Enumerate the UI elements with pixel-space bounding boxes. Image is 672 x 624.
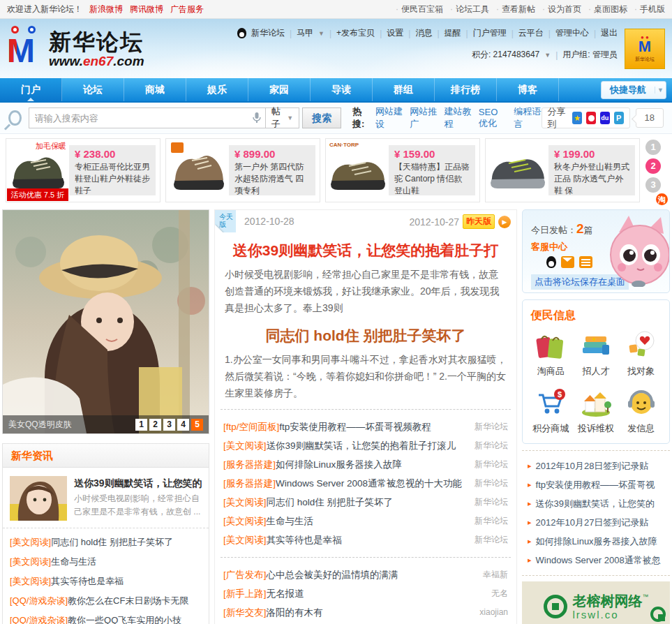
recent-thread-item[interactable]: ▸如何排除Linux服务器接入故障 (528, 532, 667, 551)
hot-link-5[interactable]: 编程语言 (514, 105, 541, 131)
search-button[interactable]: 搜索 (302, 107, 341, 128)
user-credits[interactable]: 积分: 2147483647 (472, 49, 539, 61)
qzone-icon[interactable]: ★ (572, 112, 582, 124)
microphone-icon[interactable] (253, 112, 261, 124)
nav-item-groups[interactable]: 群组 (373, 78, 435, 101)
user-link-logout[interactable]: 退出 (601, 27, 618, 39)
digest-item[interactable]: [服务器搭建]如何排除Linux服务器接入故障新华论坛 (223, 455, 508, 474)
user-link-reminders[interactable]: 提醒 (445, 27, 461, 39)
hot-link-4[interactable]: SEO优化 (479, 107, 507, 130)
document-icon[interactable] (579, 256, 592, 268)
nav-item-portal[interactable]: 门户 (0, 78, 62, 101)
pager-dot-3[interactable]: 3 (645, 177, 661, 193)
link-desktop-icon[interactable]: 桌面图标 (594, 3, 627, 15)
nav-item-forum[interactable]: 论坛 (62, 78, 124, 101)
service-post-message[interactable]: 发信息 (618, 386, 664, 435)
digest-item[interactable]: [美文阅读]其实等待也是幸福新华论坛 (223, 530, 508, 549)
link-tencent-weibo[interactable]: 腾讯微博 (130, 3, 163, 15)
photo-pager-2[interactable]: 2 (149, 419, 161, 431)
digest-item[interactable]: [新手上路]无名报道无名 (223, 584, 508, 603)
search-type-select[interactable]: 帖子 ▼ (266, 107, 300, 128)
user-link-cloud[interactable]: 云平台 (518, 27, 544, 39)
yesterday-badge[interactable]: 昨天版 (463, 214, 495, 229)
user-avatar[interactable]: ● ● M 新华论坛 (625, 29, 665, 69)
recent-thread-item[interactable]: ▸2012年10月27日签到记录贴 (528, 513, 667, 532)
digest-item[interactable]: [美文阅读]同志们 hold住 别把肚子笑坏了新华论坛 (223, 493, 508, 512)
photo-pager-4[interactable]: 4 (177, 419, 189, 431)
mail-icon[interactable] (561, 256, 574, 268)
link-toolbox[interactable]: 便民百宝箱 (401, 3, 443, 15)
photo-pager-5[interactable]: 5 (191, 419, 203, 431)
user-link-majia[interactable]: 马甲 (297, 27, 313, 39)
right-column: 今日发帖：2篇 客服中心 点击将论坛保存在桌面 (522, 209, 670, 624)
user-link-portal-admin[interactable]: 门户管理 (473, 27, 507, 39)
product-card[interactable]: ¥ 899.00 第一户外 第四代防水超轻防滑透气 四项专利 (165, 138, 320, 202)
pager-dot-2[interactable]: 2 (645, 158, 661, 174)
link-set-homepage[interactable]: 设为首页 (548, 3, 581, 15)
nav-item-fun[interactable]: 娱乐 (186, 78, 248, 101)
service-center-link[interactable]: 客服中心 (531, 241, 567, 253)
news-item[interactable]: [美文阅读]生命与生活 (10, 552, 202, 572)
service-complaints[interactable]: 投诉维权 (574, 386, 619, 435)
link-mobile-version[interactable]: 手机版 (640, 3, 665, 15)
qq-contact-icon[interactable] (546, 256, 556, 268)
link-new-posts[interactable]: 查看新帖 (502, 3, 535, 15)
digest-headline-2[interactable]: 同志们 hold住 别把肚子笑坏了 (221, 326, 511, 346)
baidu-icon[interactable]: du (600, 112, 610, 124)
taobao-icon[interactable]: 淘 (655, 192, 669, 207)
recent-thread-item[interactable]: ▸送你39则幽默笑话，让您笑的 (528, 494, 667, 513)
user-link-publish[interactable]: +发布宝贝 (336, 27, 375, 39)
service-dating[interactable]: 找对象 (618, 329, 664, 378)
service-taoshop[interactable]: 淘商品 (528, 329, 574, 378)
user-link-admin-center[interactable]: 管理中心 (555, 27, 589, 39)
nav-item-home[interactable]: 家园 (248, 78, 311, 101)
next-day-button[interactable]: ▶ (498, 216, 511, 228)
service-points-mall[interactable]: $ 积分商城 (528, 386, 574, 435)
digest-item[interactable]: [ftp/空间面板]ftp安装使用教程——坏蛋哥视频教程新华论坛 (223, 417, 508, 436)
recent-thread-item[interactable]: ▸ftp安装使用教程——坏蛋哥视 (528, 475, 667, 494)
photo-pager-3[interactable]: 3 (163, 419, 175, 431)
girl-photo-image (3, 210, 209, 433)
link-forum-tools[interactable]: 论坛工具 (456, 3, 489, 15)
recent-thread-item[interactable]: ▸Windows Server 2008通常被忽 (528, 551, 667, 570)
user-link-settings[interactable]: 设置 (387, 27, 403, 39)
weibo-icon[interactable] (586, 112, 596, 124)
hot-link-1[interactable]: 网站建设 (375, 105, 403, 131)
digest-item[interactable]: [美文阅读]送你39则幽默笑话，让您笑的抱着肚子打滚儿新华论坛 (223, 436, 508, 455)
user-link-messages[interactable]: 消息 (415, 27, 432, 39)
nav-item-ranking[interactable]: 排行榜 (435, 78, 497, 101)
product-card[interactable]: 加毛保暖 活动优惠 7.5 折 ¥ 238.00 专柜正品哥伦比亚男鞋登山鞋户外… (6, 138, 160, 202)
news-item[interactable]: [美文阅读]其实等待也是幸福 (10, 572, 202, 591)
product-desc: 【天猫特惠】正品骆驼 Cantorp 情侣款 登山鞋 (394, 161, 470, 195)
digest-item[interactable]: [新华交友]洛阳的有木有xiaojian (223, 603, 508, 622)
link-sina-weibo[interactable]: 新浪微博 (89, 3, 123, 15)
user-link-forum[interactable]: 新华论坛 (251, 27, 285, 39)
news-item[interactable]: [美文阅读]同志们 hold住 别把肚子笑坏了 (10, 533, 202, 552)
nav-item-guide[interactable]: 导读 (311, 78, 373, 101)
service-jobs[interactable]: 招人才 (574, 329, 619, 378)
news-featured-item[interactable]: 送你39则幽默笑话，让您笑的 小时候受电视剧影响，经常担心自 己家里是不是非常有… (3, 468, 209, 528)
link-ad-service[interactable]: 广告服务 (170, 3, 204, 15)
photo-pager-1[interactable]: 1 (135, 419, 147, 431)
news-item[interactable]: [QQ/游戏杂谈]教你怎么在CF末日剧场卡无限 (10, 591, 202, 611)
product-card[interactable]: CAN·TORP ¥ 159.00 【天猫特惠】正品骆驼 Cantorp 情侣款… (325, 138, 480, 202)
nav-item-blog[interactable]: 博客 (497, 78, 559, 101)
featured-photo[interactable]: 美女QQ透明皮肤 1 2 3 4 5 (2, 209, 209, 434)
site-logo[interactable]: M M 新华论坛 www.en67.com (7, 26, 144, 69)
pager-dot-1[interactable]: 1 (645, 140, 661, 155)
recent-thread-item[interactable]: ▸2012年10月28日签到记录贴 (528, 456, 667, 475)
pengyou-icon[interactable]: P (614, 112, 624, 124)
product-card[interactable]: ¥ 199.00 秋冬户外登山鞋男式正品 防水透气户外鞋 保 (485, 138, 640, 202)
ad-banner-lrswl[interactable]: 老榕树网络™ lrswl.co (522, 581, 670, 624)
shoe-image (327, 140, 388, 201)
nav-item-mall[interactable]: 商城 (124, 78, 186, 101)
digest-item[interactable]: [服务器搭建]Windows Server 2008通常被忽视的十大功能新华论坛 (223, 474, 508, 493)
digest-headline-1[interactable]: 送你39则幽默笑话，让您笑的抱着肚子打 (221, 241, 511, 260)
quick-nav-button[interactable]: 快捷导航 ▼ (601, 81, 666, 99)
digest-item[interactable]: [美文阅读]生命与生活新华论坛 (223, 512, 508, 530)
search-input[interactable] (29, 107, 266, 128)
digest-item[interactable]: [广告发布]心中总会被美好的温情填的满满幸福新 (223, 565, 508, 584)
news-item[interactable]: [QQ/游戏杂谈]教你一些QQ飞车实用的小技 (10, 611, 202, 624)
hot-link-2[interactable]: 网站推广 (410, 105, 437, 131)
hot-link-3[interactable]: 建站教程 (445, 105, 472, 131)
